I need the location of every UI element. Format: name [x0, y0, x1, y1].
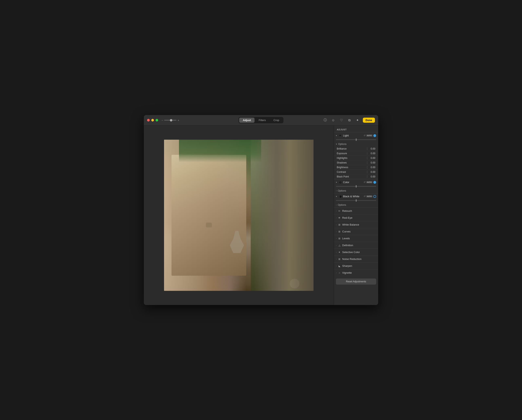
sharpen-label: Sharpen [342, 264, 376, 267]
titlebar: − + Adjust Filters Crop ⓘ ☺ ♡ ⧉ ✦ Done [144, 115, 378, 125]
bw-slider-row [334, 199, 378, 202]
color-slider-row [334, 185, 378, 188]
main-content: ADJUST ▾ ☀ Light ↺ AUTO ▾ [144, 125, 378, 305]
color-reset-icon[interactable]: ↺ [364, 181, 365, 184]
light-slider-track[interactable] [336, 139, 376, 140]
black-point-divider [367, 175, 367, 178]
circle-handle[interactable] [290, 279, 299, 288]
selective-color-section[interactable]: › ✦ Selective Color [334, 249, 378, 256]
tab-filters[interactable]: Filters [255, 118, 269, 123]
person-body [230, 231, 244, 253]
light-section-controls: ↺ AUTO [364, 134, 376, 137]
color-auto-badge[interactable]: AUTO [366, 181, 373, 183]
light-section-header[interactable]: ▾ ☀ Light ↺ AUTO [334, 132, 378, 139]
zoom-slider[interactable] [164, 120, 176, 120]
selective-color-chevron-icon: › [336, 251, 337, 253]
brightness-label: Brightness [337, 166, 365, 169]
bw-slider-track[interactable] [336, 200, 376, 201]
color-icon: ◎ [338, 181, 342, 184]
light-toggle[interactable] [373, 134, 376, 137]
vignette-label: Vignette [342, 271, 376, 274]
light-slider-thumb[interactable] [356, 139, 356, 141]
bw-section-header[interactable]: ▾ ◑ Black & White ↺ AUTO [334, 193, 378, 199]
color-slider-thumb[interactable] [356, 185, 356, 187]
bw-reset-icon[interactable]: ↺ [364, 195, 365, 198]
color-section-label: Color [343, 181, 362, 184]
color-options-row[interactable]: › Options [334, 188, 378, 193]
face-icon[interactable]: ☺ [330, 117, 336, 123]
color-section-header[interactable]: ▾ ◎ Color ↺ AUTO [334, 179, 378, 185]
red-eye-icon: 👁 [338, 217, 341, 219]
highlights-label: Highlights [337, 157, 365, 159]
exposure-value: 0.00 [369, 152, 375, 155]
brightness-row: Brightness 0.00 [334, 165, 378, 170]
brightness-divider [367, 166, 367, 169]
brilliance-row: Brilliance 0.00 [334, 147, 378, 151]
magic-icon[interactable]: ✦ [355, 117, 361, 123]
shadows-label: Shadows [337, 161, 365, 164]
tab-crop[interactable]: Crop [270, 118, 283, 123]
window-icon[interactable]: ⧉ [347, 117, 352, 123]
fullscreen-button[interactable] [155, 119, 158, 122]
zoom-minus-label[interactable]: − [161, 119, 163, 122]
black-point-label: Black Point [337, 175, 365, 178]
light-options-row[interactable]: ▾ Options [334, 142, 378, 147]
white-balance-section[interactable]: › ⊞ White Balance [334, 221, 378, 228]
vignette-section[interactable]: › ○ Vignette [334, 269, 378, 276]
minimize-button[interactable] [151, 119, 154, 122]
color-options-chevron-icon: › [336, 190, 337, 192]
sharpen-section[interactable]: › ◣ Sharpen [334, 262, 378, 269]
brilliance-divider [367, 147, 367, 150]
brilliance-value: 0.00 [369, 147, 375, 150]
color-chevron-icon: ▾ [336, 181, 337, 183]
brilliance-label: Brilliance [337, 147, 365, 150]
light-auto-badge[interactable]: AUTO [366, 134, 373, 137]
bw-chevron-icon: ▾ [336, 195, 337, 197]
shadows-value: 0.00 [369, 161, 375, 164]
exposure-row: Exposure 0.00 [334, 151, 378, 156]
levels-section[interactable]: › ⊞ Levels [334, 235, 378, 242]
light-section-label: Light [343, 134, 362, 137]
noise-reduction-section[interactable]: › ⊞ Noise Reduction [334, 256, 378, 262]
noise-reduction-label: Noise Reduction [342, 257, 376, 261]
bw-section-label: Black & White [343, 195, 362, 198]
bw-auto-badge[interactable]: AUTO [366, 195, 373, 197]
done-button[interactable]: Done [363, 118, 375, 123]
canyon-right [251, 140, 314, 291]
curves-section[interactable]: › ⊞ Curves [334, 228, 378, 235]
vegetation-top [179, 140, 261, 162]
photo-area[interactable] [144, 125, 334, 305]
definition-chevron-icon: › [336, 244, 337, 246]
bw-options-label: Options [338, 203, 346, 206]
zoom-plus-label[interactable]: + [177, 119, 179, 122]
white-balance-icon: ⊞ [338, 223, 341, 226]
bw-options-row[interactable]: › Options [334, 202, 378, 207]
exposure-label: Exposure [337, 152, 365, 155]
highlights-divider [367, 157, 367, 159]
heart-icon[interactable]: ♡ [338, 117, 344, 123]
sharpen-chevron-icon: › [336, 265, 337, 267]
definition-section[interactable]: › △ Definition [334, 242, 378, 249]
titlebar-right: ⓘ ☺ ♡ ⧉ ✦ Done [322, 117, 375, 123]
color-toggle[interactable] [373, 181, 376, 184]
shadows-divider [367, 161, 367, 164]
levels-label: Levels [342, 237, 376, 240]
bw-toggle[interactable] [373, 195, 376, 198]
close-button[interactable] [147, 119, 150, 122]
light-reset-icon[interactable]: ↺ [364, 134, 365, 137]
bw-slider-thumb[interactable] [356, 199, 356, 202]
retouch-section[interactable]: › ✏ Retouch [334, 207, 378, 214]
color-section-controls: ↺ AUTO [364, 181, 376, 184]
reset-adjustments-button[interactable]: Reset Adjustments [336, 279, 376, 285]
info-icon[interactable]: ⓘ [322, 117, 328, 123]
red-eye-section[interactable]: › 👁 Red-Eye [334, 214, 378, 221]
light-icon: ☀ [338, 134, 342, 137]
vignette-chevron-icon: › [336, 272, 337, 274]
contrast-divider [367, 171, 367, 173]
definition-icon: △ [338, 244, 341, 247]
tab-adjust[interactable]: Adjust [239, 118, 254, 123]
levels-icon: ⊞ [338, 237, 341, 240]
color-slider-track[interactable] [336, 186, 376, 187]
red-eye-chevron-icon: › [336, 217, 337, 219]
selective-color-icon: ✦ [338, 251, 341, 254]
